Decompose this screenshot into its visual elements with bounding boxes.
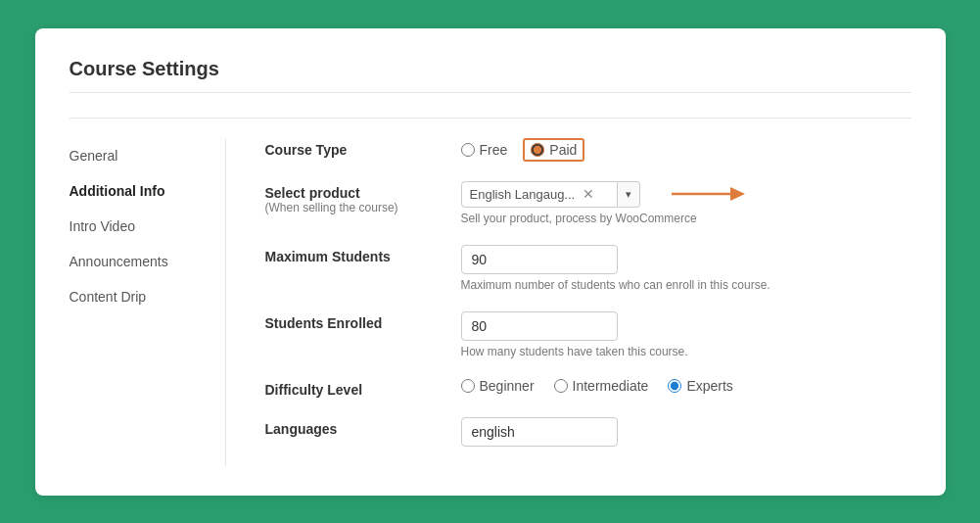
languages-row: Languages [265, 417, 911, 447]
difficulty-experts-option[interactable]: Experts [668, 378, 732, 394]
content-area: Course Type Free Paid [226, 138, 911, 466]
sidebar-item-intro-video[interactable]: Intro Video [70, 209, 210, 244]
difficulty-intermediate-option[interactable]: Intermediate [554, 378, 649, 394]
maximum-students-label: Maximum Students [265, 245, 461, 264]
difficulty-beginner-radio[interactable] [461, 379, 475, 393]
course-type-control: Free Paid [461, 138, 911, 162]
maximum-students-hint: Maximum number of students who can enrol… [461, 278, 911, 292]
settings-card: Course Settings General Additional Info … [35, 28, 946, 496]
students-enrolled-input[interactable] [461, 311, 618, 341]
difficulty-level-row: Difficulty Level Beginner Intermediate [265, 378, 911, 398]
course-type-free-option[interactable]: Free [461, 142, 508, 158]
difficulty-level-group: Beginner Intermediate Experts [461, 378, 911, 394]
course-type-label: Course Type [265, 138, 461, 158]
course-type-paid-label: Paid [549, 142, 577, 158]
maximum-students-control: Maximum number of students who can enrol… [461, 245, 911, 292]
orange-arrow-icon [667, 182, 755, 206]
course-type-paid-option[interactable]: Paid [523, 138, 584, 162]
course-type-paid-radio[interactable] [531, 143, 544, 157]
course-type-radio-group: Free Paid [461, 138, 911, 162]
course-type-free-radio[interactable] [461, 143, 475, 157]
select-product-label: Select product (When selling the course) [265, 181, 461, 214]
select-product-control: English Langaug... ✕ ▾ [461, 181, 911, 225]
sidebar-item-content-drip[interactable]: Content Drip [70, 279, 210, 314]
select-product-hint: Sell your product, process by WooCommerc… [461, 212, 911, 225]
difficulty-level-label: Difficulty Level [265, 378, 461, 398]
maximum-students-row: Maximum Students Maximum number of stude… [265, 245, 911, 292]
select-product-field: English Langaug... ✕ ▾ [461, 181, 640, 208]
svg-marker-1 [730, 187, 745, 201]
languages-label: Languages [265, 417, 461, 437]
difficulty-beginner-option[interactable]: Beginner [461, 378, 535, 394]
difficulty-beginner-label: Beginner [480, 378, 535, 394]
languages-control [461, 417, 911, 447]
sidebar-item-announcements[interactable]: Announcements [70, 244, 210, 279]
main-layout: General Additional Info Intro Video Anno… [70, 138, 911, 466]
sidebar-item-general[interactable]: General [70, 138, 210, 173]
difficulty-intermediate-radio[interactable] [554, 379, 568, 393]
students-enrolled-label: Students Enrolled [265, 311, 461, 331]
students-enrolled-control: How many students have taken this course… [461, 311, 911, 358]
sidebar: General Additional Info Intro Video Anno… [70, 138, 226, 466]
select-product-dropdown-btn[interactable]: ▾ [618, 181, 640, 208]
select-product-value: English Langaug... [470, 187, 576, 202]
select-product-input[interactable]: English Langaug... ✕ [461, 181, 618, 208]
maximum-students-input[interactable] [461, 245, 618, 274]
difficulty-intermediate-label: Intermediate [573, 378, 649, 394]
select-product-row: Select product (When selling the course)… [265, 181, 911, 225]
students-enrolled-hint: How many students have taken this course… [461, 345, 911, 358]
page-title: Course Settings [70, 58, 911, 93]
languages-input[interactable] [461, 417, 618, 447]
students-enrolled-row: Students Enrolled How many students have… [265, 311, 911, 358]
difficulty-experts-radio[interactable] [668, 379, 681, 393]
difficulty-level-control: Beginner Intermediate Experts [461, 378, 911, 394]
difficulty-experts-label: Experts [686, 378, 732, 394]
sidebar-item-additional-info[interactable]: Additional Info [70, 173, 210, 209]
course-type-free-label: Free [480, 142, 508, 158]
divider [70, 118, 911, 119]
arrow-annotation [667, 182, 755, 206]
course-type-row: Course Type Free Paid [265, 138, 911, 162]
select-product-clear-icon[interactable]: ✕ [583, 187, 594, 201]
